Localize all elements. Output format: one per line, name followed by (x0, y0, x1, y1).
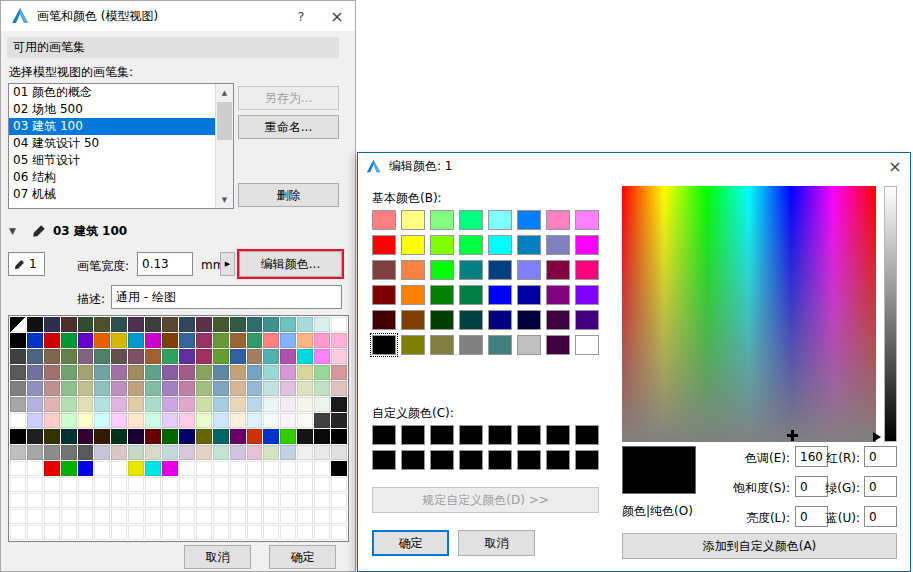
pen-color-cell[interactable] (196, 493, 212, 508)
pen-color-cell[interactable] (263, 429, 279, 444)
pen-color-cell[interactable] (263, 477, 279, 492)
pen-color-cell[interactable] (44, 413, 60, 428)
pen-color-cell[interactable] (61, 477, 77, 492)
custom-color-cell[interactable] (575, 450, 599, 470)
pen-color-cell[interactable] (280, 525, 296, 540)
pen-set-item[interactable]: 05 细节设计 (9, 152, 216, 169)
pen-color-cell[interactable] (263, 525, 279, 540)
pen-color-cell[interactable] (179, 525, 195, 540)
pen-color-cell[interactable] (145, 413, 161, 428)
pen-color-cell[interactable] (280, 317, 296, 332)
pen-color-cell[interactable] (230, 525, 246, 540)
basic-color-cell[interactable] (546, 260, 570, 280)
pen-color-cell[interactable] (10, 509, 26, 524)
pen-color-cell[interactable] (314, 349, 330, 364)
edit-close-button[interactable]: × (880, 153, 910, 180)
pen-set-section-header[interactable]: ▼ 03 建筑 100 (9, 219, 339, 243)
pen-color-cell[interactable] (162, 445, 178, 460)
pen-color-cell[interactable] (162, 413, 178, 428)
pen-color-cell[interactable] (78, 333, 94, 348)
pen-color-cell[interactable] (128, 349, 144, 364)
pen-color-cell[interactable] (196, 317, 212, 332)
basic-color-cell[interactable] (575, 260, 599, 280)
edit-cancel-button[interactable]: 取消 (458, 530, 535, 556)
pen-color-cell[interactable] (331, 445, 347, 460)
pen-color-cell[interactable] (297, 333, 313, 348)
pen-color-cell[interactable] (162, 397, 178, 412)
pen-color-cell[interactable] (61, 365, 77, 380)
basic-color-cell[interactable] (488, 285, 512, 305)
pen-color-cell[interactable] (61, 429, 77, 444)
pen-set-item[interactable]: 07 机械 (9, 186, 216, 203)
pen-color-cell[interactable] (128, 429, 144, 444)
pen-color-cell[interactable] (196, 525, 212, 540)
pen-color-cell[interactable] (78, 397, 94, 412)
pen-color-cell[interactable] (78, 493, 94, 508)
pen-color-cell[interactable] (247, 445, 263, 460)
pen-color-cell[interactable] (196, 445, 212, 460)
pen-color-cell[interactable] (10, 493, 26, 508)
pen-color-cell[interactable] (247, 333, 263, 348)
basic-color-cell[interactable] (575, 310, 599, 330)
pen-color-cell[interactable] (314, 397, 330, 412)
pen-color-cell[interactable] (297, 445, 313, 460)
pen-color-cell[interactable] (78, 477, 94, 492)
pen-color-cell[interactable] (145, 525, 161, 540)
description-input[interactable] (111, 285, 342, 309)
pen-color-cell[interactable] (314, 317, 330, 332)
cancel-button[interactable]: 取消 (184, 545, 251, 569)
basic-color-cell[interactable] (575, 235, 599, 255)
pen-color-cell[interactable] (331, 493, 347, 508)
pen-color-cell[interactable] (10, 461, 26, 476)
pen-color-cell[interactable] (111, 317, 127, 332)
pen-color-cell[interactable] (179, 365, 195, 380)
pen-color-cell[interactable] (230, 445, 246, 460)
pen-color-cell[interactable] (145, 429, 161, 444)
pen-color-cell[interactable] (331, 381, 347, 396)
pen-color-cell[interactable] (247, 365, 263, 380)
custom-color-cell[interactable] (517, 450, 541, 470)
custom-color-cell[interactable] (430, 450, 454, 470)
pen-color-cell[interactable] (145, 333, 161, 348)
pen-color-cell[interactable] (162, 525, 178, 540)
pen-color-cell[interactable] (162, 365, 178, 380)
pen-color-cell[interactable] (297, 365, 313, 380)
pen-color-cell[interactable] (27, 429, 43, 444)
basic-color-cell[interactable] (372, 210, 396, 230)
pen-color-cell[interactable] (162, 509, 178, 524)
pen-color-cell[interactable] (314, 493, 330, 508)
basic-color-cell[interactable] (546, 285, 570, 305)
list-scrollbar[interactable]: ▲ ▼ (215, 84, 233, 208)
pen-color-cell[interactable] (213, 349, 229, 364)
custom-color-cell[interactable] (372, 450, 396, 470)
pen-color-cell[interactable] (61, 413, 77, 428)
pen-set-item[interactable]: 02 场地 500 (9, 101, 216, 118)
pen-color-cell[interactable] (44, 333, 60, 348)
basic-color-cell[interactable] (372, 260, 396, 280)
pen-color-cell[interactable] (128, 381, 144, 396)
pen-color-cell[interactable] (111, 397, 127, 412)
pen-color-cell[interactable] (196, 413, 212, 428)
pen-color-cell[interactable] (297, 397, 313, 412)
pen-color-cell[interactable] (27, 461, 43, 476)
pen-color-cell[interactable] (10, 477, 26, 492)
pen-color-cell[interactable] (280, 381, 296, 396)
pen-color-cell[interactable] (94, 477, 110, 492)
custom-color-cell[interactable] (401, 425, 425, 445)
pen-color-cell[interactable] (263, 333, 279, 348)
pen-color-cell[interactable] (247, 429, 263, 444)
blue-input[interactable] (864, 506, 897, 527)
pen-color-cell[interactable] (213, 413, 229, 428)
pen-color-cell[interactable] (10, 429, 26, 444)
basic-color-cell[interactable] (517, 235, 541, 255)
pen-color-cell[interactable] (331, 397, 347, 412)
pen-color-cell[interactable] (27, 333, 43, 348)
pen-color-cell[interactable] (10, 413, 26, 428)
pen-color-cell[interactable] (162, 477, 178, 492)
pen-color-cell[interactable] (44, 317, 60, 332)
basic-color-cell[interactable] (517, 260, 541, 280)
pen-color-cell[interactable] (213, 365, 229, 380)
pen-set-item[interactable]: 04 建筑设计 50 (9, 135, 216, 152)
pen-color-cell[interactable] (247, 381, 263, 396)
pen-color-cell[interactable] (94, 317, 110, 332)
